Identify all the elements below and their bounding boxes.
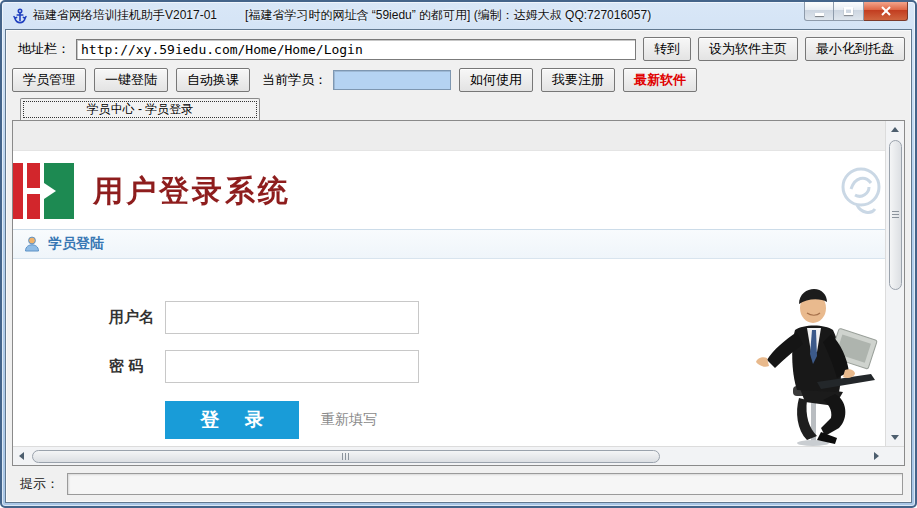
grip-icon	[892, 211, 899, 219]
url-input[interactable]	[76, 39, 636, 60]
page-header: 用户登录系统	[13, 151, 885, 229]
scroll-right-button[interactable]	[868, 448, 885, 465]
businessman-photo	[747, 286, 883, 446]
username-input[interactable]	[165, 301, 419, 334]
tab-strip: 学员中心 - 学员登录	[12, 97, 905, 120]
tab-student-center[interactable]: 学员中心 - 学员登录	[20, 98, 260, 120]
login-section-title: 学员登陆	[48, 235, 104, 253]
grip-icon	[342, 453, 350, 460]
how-to-use-button[interactable]: 如何使用	[459, 68, 533, 92]
app-frame: 地址栏： 转到 设为软件主页 最小化到托盘 学员管理 一键登陆 自动换课 当前学…	[5, 29, 912, 503]
login-button[interactable]: 登 录	[165, 401, 299, 439]
scroll-up-button[interactable]	[887, 121, 904, 138]
arrow-down-icon	[891, 435, 899, 440]
address-bar: 地址栏： 转到 设为软件主页 最小化到托盘	[12, 34, 905, 64]
page-top-strip	[13, 121, 885, 151]
password-input[interactable]	[165, 350, 419, 383]
titlebar: 福建省网络培训挂机助手V2017-01 [福建省学习时的网址含 “59iedu”…	[5, 2, 912, 29]
minimize-button[interactable]	[804, 2, 834, 21]
current-student-label: 当前学员：	[262, 71, 327, 89]
page-title: 用户登录系统	[93, 171, 291, 212]
username-label: 用户名	[109, 308, 165, 327]
window-subtitle: [福建省学习时的网址含 “59iedu” 的都可用] (编制：达姆大叔 QQ:7…	[245, 7, 651, 24]
brand-logo-icon	[13, 163, 77, 219]
student-manage-button[interactable]: 学员管理	[12, 68, 86, 92]
maximize-button[interactable]	[834, 2, 864, 21]
current-student-input[interactable]	[333, 70, 451, 90]
tab-label: 学员中心 - 学员登录	[87, 101, 194, 118]
close-icon	[881, 6, 891, 16]
auto-switch-course-button[interactable]: 自动换课	[176, 68, 250, 92]
horizontal-scroll-thumb[interactable]	[32, 450, 660, 463]
window-controls	[804, 2, 908, 21]
maximize-icon	[844, 7, 853, 15]
arrow-up-icon	[891, 127, 899, 132]
minimize-icon	[815, 13, 824, 16]
scroll-left-button[interactable]	[13, 448, 30, 465]
toolbar: 学员管理 一键登陆 自动换课 当前学员： 如何使用 我要注册 最新软件	[12, 65, 905, 95]
content-frame: 用户登录系统	[12, 120, 905, 466]
app-window: 福建省网络培训挂机助手V2017-01 [福建省学习时的网址含 “59iedu”…	[0, 0, 917, 508]
arrow-right-icon	[874, 452, 879, 460]
set-homepage-button[interactable]: 设为软件主页	[698, 37, 798, 61]
one-click-login-button[interactable]: 一键登陆	[94, 68, 168, 92]
login-section-bar: 学员登陆	[13, 229, 885, 259]
vertical-scroll-thumb[interactable]	[889, 140, 902, 290]
minimize-to-tray-button[interactable]: 最小化到托盘	[805, 37, 905, 61]
anchor-icon	[12, 8, 28, 24]
status-bar: 提示：	[12, 470, 905, 498]
window-title: 福建省网络培训挂机助手V2017-01	[33, 7, 217, 24]
scrollbar-corner	[885, 446, 904, 465]
register-button[interactable]: 我要注册	[541, 68, 615, 92]
latest-software-button[interactable]: 最新软件	[623, 68, 697, 92]
status-label: 提示：	[20, 475, 59, 493]
arrow-left-icon	[19, 452, 24, 460]
embedded-page: 用户登录系统	[13, 121, 885, 446]
scroll-down-button[interactable]	[887, 429, 904, 446]
go-button[interactable]: 转到	[643, 37, 691, 61]
vertical-scrollbar[interactable]	[885, 121, 904, 446]
status-field	[67, 473, 903, 495]
watermark-stamp-icon	[835, 163, 885, 223]
password-label: 密 码	[109, 357, 165, 376]
close-button[interactable]	[864, 2, 908, 21]
address-bar-label: 地址栏：	[18, 40, 70, 58]
login-form: 用户名 密 码 登 录 重新填写	[13, 259, 885, 446]
user-icon	[23, 235, 41, 253]
horizontal-scrollbar[interactable]	[13, 446, 885, 465]
reset-link[interactable]: 重新填写	[321, 411, 377, 429]
current-student-field	[333, 70, 451, 90]
